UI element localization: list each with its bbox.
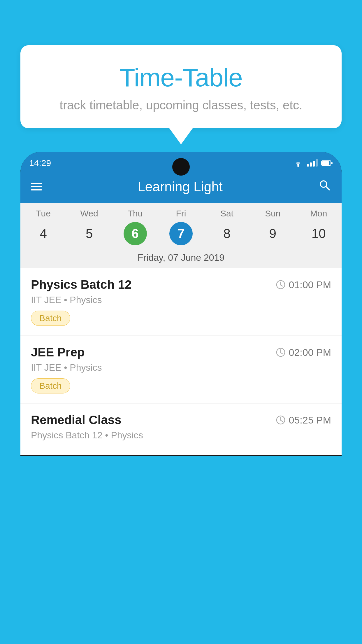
selected-date-label: Friday, 07 June 2019 (20, 248, 342, 268)
search-button[interactable] (318, 179, 331, 195)
day-name: Sun (265, 209, 280, 218)
day-number: 7 (169, 222, 193, 245)
signal-icon (307, 160, 318, 167)
day-name: Fri (176, 209, 186, 218)
bubble-title: Time-Table (35, 63, 327, 92)
schedule-item[interactable]: JEE Prep02:00 PMIIT JEE • PhysicsBatch (20, 336, 342, 403)
item-time: 01:00 PM (276, 279, 331, 290)
day-number: 4 (32, 222, 55, 245)
speech-bubble-container: Time-Table track timetable, upcoming cla… (20, 45, 342, 144)
batch-badge: Batch (31, 378, 70, 393)
battery-icon (321, 160, 333, 167)
camera-notch (172, 158, 190, 176)
svg-line-14 (281, 420, 282, 421)
day-name: Mon (310, 209, 327, 218)
calendar-day[interactable]: Fri7 (158, 209, 204, 245)
item-subtitle: Physics Batch 12 • Physics (31, 430, 331, 441)
day-name: Wed (80, 209, 98, 218)
day-number: 5 (78, 222, 101, 245)
bubble-subtitle: track timetable, upcoming classes, tests… (35, 98, 327, 112)
svg-rect-2 (322, 161, 329, 165)
hamburger-line-1 (31, 183, 42, 184)
calendar-day[interactable]: Thu6 (112, 209, 158, 245)
hamburger-line-3 (31, 189, 42, 190)
svg-line-8 (281, 285, 282, 286)
day-number: 9 (261, 222, 284, 245)
day-number: 8 (215, 222, 238, 245)
item-header: JEE Prep02:00 PM (31, 345, 331, 359)
status-icons (293, 159, 333, 167)
wifi-icon (293, 159, 303, 167)
day-name: Tue (36, 209, 51, 218)
item-time: 05:25 PM (276, 414, 331, 426)
svg-line-11 (281, 353, 282, 354)
day-number: 10 (307, 222, 330, 245)
svg-point-0 (297, 165, 299, 167)
calendar-day[interactable]: Tue4 (20, 209, 66, 245)
calendar-day[interactable]: Sat8 (204, 209, 250, 245)
bubble-arrow (169, 128, 193, 144)
item-title: Physics Batch 12 (31, 278, 132, 292)
item-title: JEE Prep (31, 345, 85, 359)
svg-line-5 (326, 186, 329, 190)
phone-frame: 14:29 (20, 152, 342, 456)
schedule-list: Physics Batch 1201:00 PMIIT JEE • Physic… (20, 268, 342, 455)
calendar-day[interactable]: Sun9 (250, 209, 296, 245)
menu-button[interactable] (31, 183, 42, 190)
clock-icon (276, 347, 286, 357)
clock-icon (276, 415, 286, 425)
status-bar: 14:29 (20, 152, 342, 171)
item-header: Physics Batch 1201:00 PM (31, 278, 331, 292)
item-subtitle: IIT JEE • Physics (31, 295, 331, 305)
day-name: Sat (220, 209, 233, 218)
app-bar-title: Learning Light (42, 179, 318, 195)
hamburger-line-2 (31, 186, 42, 187)
speech-bubble: Time-Table track timetable, upcoming cla… (20, 45, 342, 128)
day-name: Thu (128, 209, 143, 218)
day-number: 6 (124, 222, 147, 245)
svg-rect-3 (331, 162, 333, 164)
calendar-strip: Tue4Wed5Thu6Fri7Sat8Sun9Mon10 Friday, 07… (20, 203, 342, 268)
item-header: Remedial Class05:25 PM (31, 413, 331, 427)
days-row: Tue4Wed5Thu6Fri7Sat8Sun9Mon10 (20, 203, 342, 248)
item-title: Remedial Class (31, 413, 122, 427)
schedule-item[interactable]: Physics Batch 1201:00 PMIIT JEE • Physic… (20, 268, 342, 335)
calendar-day[interactable]: Wed5 (66, 209, 112, 245)
item-time: 02:00 PM (276, 347, 331, 358)
schedule-item[interactable]: Remedial Class05:25 PMPhysics Batch 12 •… (20, 404, 342, 455)
batch-badge: Batch (31, 311, 70, 326)
phone-wrapper: 14:29 (20, 152, 342, 644)
item-subtitle: IIT JEE • Physics (31, 362, 331, 373)
status-time: 14:29 (29, 158, 51, 168)
clock-icon (276, 280, 286, 290)
calendar-day[interactable]: Mon10 (296, 209, 342, 245)
